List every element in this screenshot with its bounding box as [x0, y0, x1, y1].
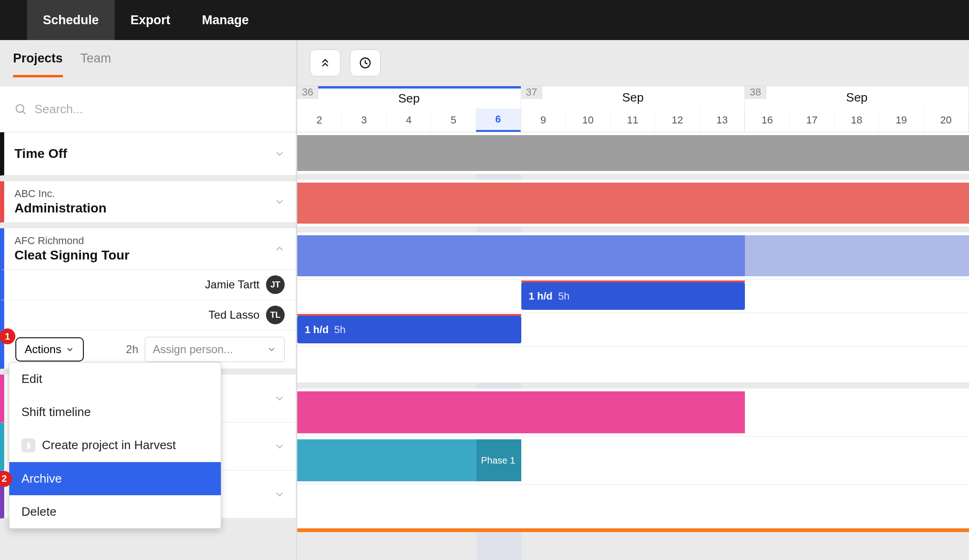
day-header[interactable]: 4 [387, 109, 431, 132]
menu-item-create-in-harvest[interactable]: ▮ Create project in Harvest [9, 429, 221, 462]
week-number: 37 [521, 86, 542, 99]
over-capacity-indicator [297, 314, 521, 316]
project-bar[interactable] [297, 528, 969, 532]
project-client: ABC Inc. [14, 188, 273, 200]
week-month: Sep [297, 86, 521, 109]
week-number: 36 [297, 86, 318, 99]
timeline: 36 Sep 2 3 4 5 6 37 Sep 9 10 [297, 40, 969, 560]
allocation-bar[interactable]: 1 h/d 5h [297, 316, 521, 343]
search-input[interactable]: Search... [0, 86, 296, 132]
project-name: Cleat Signing Tour [14, 248, 273, 263]
chevron-down-icon [266, 344, 277, 355]
project-bar[interactable] [297, 439, 477, 481]
project-row-administration[interactable]: ABC Inc. Administration [0, 181, 296, 223]
allocation-bar[interactable]: 1 h/d 5h [521, 282, 745, 310]
chevron-down-icon [273, 488, 286, 500]
project-client: AFC Richmond [14, 235, 273, 247]
annotation-badge-1: 1 [0, 328, 15, 344]
phase-bar[interactable]: Phase 1 [477, 439, 521, 481]
calendar-grid[interactable]: 1 h/d 5h 1 h/d 5h [297, 132, 969, 560]
week-month: Sep [521, 86, 745, 109]
alloc-total: 5h [334, 324, 345, 336]
alloc-total: 5h [558, 290, 569, 302]
sidebar: Projects Team Search... Time Off ABC Inc… [0, 40, 297, 560]
side-tab-projects[interactable]: Projects [13, 51, 63, 77]
day-header-today[interactable]: 6 [476, 109, 521, 132]
nav-tab-schedule[interactable]: Schedule [27, 0, 115, 40]
annotation-badge-2: 2 [0, 471, 12, 487]
day-header[interactable]: 13 [700, 109, 744, 132]
alloc-label: 1 h/d [305, 324, 328, 336]
hours-label: 2h [126, 343, 138, 356]
chevron-down-icon [273, 392, 286, 404]
menu-item-shift-timeline[interactable]: Shift timeline [9, 396, 221, 429]
day-header[interactable]: 9 [521, 109, 566, 132]
project-actions-row: 1 Actions 2h Assign person... Edit Shift… [0, 330, 296, 369]
alloc-label: 1 h/d [529, 290, 553, 302]
menu-item-edit[interactable]: Edit [9, 362, 221, 396]
avatar: TL [266, 306, 285, 324]
menu-item-archive[interactable]: 2 Archive [9, 462, 221, 495]
nav-tab-manage[interactable]: Manage [186, 0, 265, 40]
project-row-cleat-signing[interactable]: AFC Richmond Cleat Signing Tour [0, 228, 296, 270]
over-capacity-indicator [521, 280, 745, 282]
top-nav: Schedule Export Manage [0, 0, 969, 40]
svg-line-1 [23, 111, 25, 114]
project-name: Time Off [14, 139, 273, 169]
menu-item-delete[interactable]: Delete [9, 495, 221, 528]
harvest-icon: ▮ [21, 438, 35, 452]
person-name: Jamie Tartt [205, 278, 259, 291]
day-header[interactable]: 19 [879, 109, 924, 132]
side-tab-team[interactable]: Team [81, 51, 111, 75]
project-bar[interactable] [297, 183, 969, 224]
calendar-header: 36 Sep 2 3 4 5 6 37 Sep 9 10 [297, 86, 969, 132]
chevron-up-icon [273, 243, 286, 255]
search-icon [14, 102, 27, 116]
project-name: Administration [14, 201, 273, 216]
person-row[interactable]: Jamie Tartt JT [0, 270, 296, 300]
search-placeholder: Search... [34, 102, 83, 116]
day-header[interactable]: 18 [834, 109, 879, 132]
day-header[interactable]: 3 [342, 109, 387, 132]
project-bar[interactable] [297, 235, 745, 276]
assign-person-select[interactable]: Assign person... [145, 337, 285, 362]
week-number: 38 [745, 86, 766, 99]
project-bar[interactable] [297, 391, 745, 433]
day-header[interactable]: 10 [566, 109, 611, 132]
chevron-down-icon [273, 148, 286, 160]
week-month: Sep [745, 86, 969, 109]
actions-dropdown: Edit Shift timeline ▮ Create project in … [9, 362, 221, 529]
clock-icon [359, 56, 372, 69]
project-bar[interactable] [297, 135, 969, 171]
avatar: JT [266, 275, 285, 294]
time-mode-button[interactable] [350, 49, 381, 76]
day-header[interactable]: 20 [924, 109, 969, 132]
day-header[interactable]: 11 [611, 109, 655, 132]
project-row-time-off[interactable]: Time Off [0, 132, 296, 176]
collapse-all-button[interactable] [310, 49, 341, 76]
svg-point-0 [16, 105, 24, 112]
day-header[interactable]: 2 [297, 109, 342, 132]
nav-tab-export[interactable]: Export [115, 0, 186, 40]
chevrons-up-icon [319, 56, 332, 69]
chevron-down-icon [273, 196, 286, 208]
person-row[interactable]: Ted Lasso TL [0, 300, 296, 330]
project-bar[interactable] [745, 235, 969, 276]
chevron-down-icon [273, 440, 286, 452]
day-header[interactable]: 17 [790, 109, 834, 132]
phase-label: Phase 1 [481, 455, 515, 466]
person-name: Ted Lasso [209, 308, 259, 321]
day-header[interactable]: 5 [431, 109, 476, 132]
day-header[interactable]: 12 [655, 109, 700, 132]
day-header[interactable]: 16 [745, 109, 790, 132]
chevron-down-icon [65, 345, 75, 354]
actions-button[interactable]: Actions [15, 337, 84, 362]
